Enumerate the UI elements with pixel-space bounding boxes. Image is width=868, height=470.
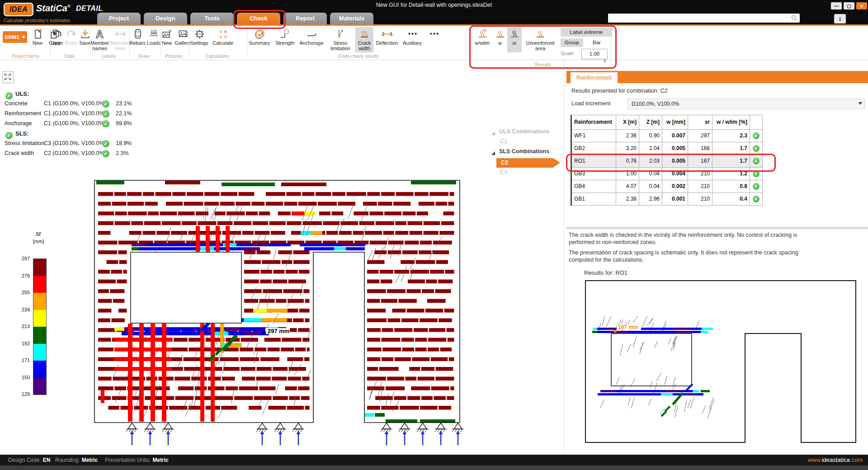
- table-cell-x[interactable]: 1.00: [616, 168, 639, 180]
- table-cell-z[interactable]: 0.90: [639, 130, 662, 142]
- tab-report[interactable]: Report: [283, 13, 327, 24]
- maximize-button[interactable]: ▢: [844, 2, 854, 9]
- ribbon-button-auxiliary[interactable]: Auxiliary: [401, 27, 424, 52]
- table-cell-w[interactable]: 0.002: [662, 180, 688, 193]
- table-cell-sr[interactable]: 297: [688, 130, 712, 142]
- toggle-group[interactable]: Group: [561, 38, 583, 47]
- table-cell-wlim[interactable]: 0.4: [712, 193, 750, 206]
- table-cell-w[interactable]: 0.005: [662, 155, 688, 168]
- ribbon-button-undo[interactable]: Undo: [50, 27, 64, 52]
- ribbon-button-dimension-lines[interactable]: Dimension lines: [110, 27, 130, 52]
- table-cell-z[interactable]: 2.04: [639, 142, 662, 155]
- table-cell-x[interactable]: 0.76: [616, 155, 639, 168]
- check-ok-icon: ✓: [102, 110, 109, 118]
- table-cell-wlim[interactable]: 1.2: [712, 168, 750, 180]
- section-divider: [566, 227, 868, 229]
- load-increment-select[interactable]: G100.0%, V100.0%: [627, 99, 865, 109]
- ribbon-button-new[interactable]: New: [160, 27, 173, 52]
- table-cell-sr[interactable]: 210: [688, 193, 712, 206]
- table-cell-x[interactable]: 3.20: [616, 142, 639, 155]
- table-cell-z[interactable]: 2.96: [639, 193, 662, 206]
- table-cell-z[interactable]: 0.04: [639, 168, 662, 180]
- ribbon-button-sr[interactable]: sr: [507, 27, 522, 52]
- ribbon-button-loads[interactable]: Loads: [146, 27, 161, 52]
- svg-text:%: %: [482, 28, 486, 33]
- info-button[interactable]: i: [834, 14, 846, 24]
- ribbon-button-w-wlim[interactable]: %w/wlim: [472, 27, 493, 52]
- summary-row: ReinforcementC1 (G100.0%, V100.0%)✓22.1%: [5, 110, 163, 119]
- table-cell-name[interactable]: GB4: [572, 180, 616, 193]
- ribbon-group-results: %w/wlimwsrUnreinforced areaLabel extreme…: [471, 26, 615, 60]
- check-name: Concrete: [5, 100, 28, 107]
- table-cell-status: ✓: [750, 180, 763, 193]
- table-cell-x[interactable]: 2.36: [616, 130, 639, 142]
- reinforcement-detail-diagram[interactable]: 167 mm: [584, 279, 859, 446]
- close-button[interactable]: ✕: [856, 2, 867, 9]
- panel-splitter[interactable]: [564, 60, 564, 455]
- table-cell-name[interactable]: RO1: [572, 155, 616, 168]
- search-input[interactable]: [608, 14, 800, 23]
- table-cell-sr[interactable]: 168: [688, 142, 712, 155]
- table-cell-x[interactable]: 2.38: [616, 193, 639, 206]
- ribbon-button-deflection[interactable]: Deflection: [374, 27, 400, 52]
- table-cell-sr[interactable]: 210: [688, 168, 712, 180]
- table-cell-name[interactable]: WF1: [572, 130, 616, 142]
- ribbon-button-settings[interactable]: </>Settings: [189, 27, 210, 52]
- table-header-cell: w / wlim [%]: [712, 115, 750, 130]
- table-cell-w[interactable]: 0.007: [662, 130, 688, 142]
- combo-item-c3[interactable]: C3: [500, 169, 507, 175]
- ribbon-button-w[interactable]: w: [494, 27, 506, 52]
- ribbon-button-strength[interactable]: Strength: [273, 27, 297, 52]
- ribbon-button-anchorage[interactable]: Anchorage: [297, 27, 326, 52]
- fit-view-button[interactable]: [2, 71, 14, 83]
- wall-crack-diagram[interactable]: 297 mm: [88, 174, 477, 454]
- toggle-label-extreme[interactable]: Label extreme: [561, 28, 612, 37]
- ribbon-button-redo[interactable]: Redo: [65, 27, 77, 52]
- table-cell-wlim[interactable]: 1.7: [712, 142, 750, 155]
- table-cell-z[interactable]: 2.03: [639, 155, 662, 168]
- ribbon-group-label: Draw: [128, 53, 160, 59]
- tab-check[interactable]: Check: [237, 13, 280, 24]
- legend-value: 276: [10, 273, 30, 278]
- tab-materials[interactable]: Materials: [330, 13, 373, 24]
- table-cell-sr[interactable]: 210: [688, 180, 712, 193]
- ribbon-button-overflow[interactable]: [425, 27, 443, 52]
- table-cell-w[interactable]: 0.005: [662, 142, 688, 155]
- table-cell-z[interactable]: 0.04: [639, 180, 662, 193]
- table-cell-sr[interactable]: 167: [688, 155, 712, 168]
- minimize-button[interactable]: —: [831, 2, 842, 9]
- ribbon-button-rebars[interactable]: Rebars: [129, 27, 146, 52]
- table-cell-name[interactable]: GB1: [572, 193, 616, 206]
- table-cell-wlim[interactable]: 0.8: [712, 180, 750, 193]
- ribbon-button-new[interactable]: New: [30, 27, 45, 52]
- tab-reinforcement[interactable]: Reinforcement: [571, 72, 618, 83]
- ribbon-button-calculate[interactable]: +×÷=Calculate: [211, 27, 235, 52]
- check-ok-icon: ✓: [5, 92, 13, 99]
- tree-expander-icon[interactable]: [491, 131, 495, 136]
- table-cell-wlim[interactable]: 1.7: [712, 155, 750, 168]
- tree-expander-icon[interactable]: [491, 151, 495, 155]
- ribbon-button-unreinforced-area[interactable]: Unreinforced area: [523, 27, 558, 52]
- ribbon-button-member-names[interactable]: AMember names: [90, 27, 109, 52]
- table-cell-name[interactable]: GB3: [572, 168, 616, 180]
- table-cell-w[interactable]: 0.004: [662, 168, 688, 180]
- website-link[interactable]: www.ideastatica.com: [808, 455, 863, 465]
- table-cell-x[interactable]: 4.07: [616, 180, 639, 193]
- status-item: Presentation Units:Metric: [105, 455, 169, 465]
- toggle-bar[interactable]: Bar: [587, 38, 607, 47]
- drm-selector-button[interactable]: DRM1: [3, 31, 27, 43]
- combo-item-c2-selected[interactable]: C2: [496, 158, 553, 168]
- tagline: Calculate yesterday's estimates: [4, 18, 70, 23]
- tab-tools[interactable]: Tools: [190, 13, 234, 24]
- tab-design[interactable]: Design: [144, 13, 187, 24]
- tab-project[interactable]: Project: [97, 13, 141, 24]
- ribbon-button-crack-width[interactable]: Crack width: [355, 27, 373, 52]
- combo-item-c1[interactable]: C1: [500, 138, 507, 145]
- table-cell-wlim[interactable]: 2.3: [712, 130, 750, 142]
- ribbon-group-label: Results: [471, 62, 615, 67]
- scale-spinner[interactable]: 1.00▲▼: [581, 49, 608, 59]
- table-cell-name[interactable]: GB2: [572, 142, 616, 155]
- ribbon-button-stress-limitation[interactable]: Stress limitation: [326, 27, 354, 52]
- ribbon-button-summary[interactable]: Summary: [247, 27, 272, 52]
- table-cell-w[interactable]: 0.001: [662, 193, 688, 206]
